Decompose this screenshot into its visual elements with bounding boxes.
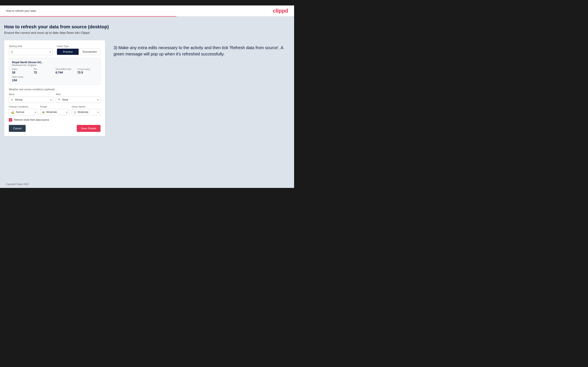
rain-group: Rain None Light Moderate Heavy ▾ xyxy=(56,93,101,103)
yards-stat: Yards/White (M)) 6,744 xyxy=(55,68,76,74)
wind-icon xyxy=(9,98,15,101)
slope-rating-stat: Slope rating 134 xyxy=(12,76,32,82)
fairway-icon xyxy=(9,110,16,114)
form-card: Starting Hole 1 10 ▾ Game Type Practice … xyxy=(4,40,105,136)
header-title: How to refresh your data xyxy=(6,9,36,12)
wind-rain-grid: Wind Strong None Light Moderate ▾ Rain xyxy=(9,93,101,103)
refresh-label: Refresh shots from data source xyxy=(14,118,49,121)
course-info-table: Royal North Devon GC, Westward Ho!, Engl… xyxy=(9,58,101,85)
page-heading: How to refresh your data from source (de… xyxy=(4,24,290,30)
par-label: Par xyxy=(34,68,54,70)
rough-group: Rough Moderate Short Normal Long ▾ xyxy=(40,105,69,115)
wind-label: Wind xyxy=(9,93,53,96)
starting-hole-label: Starting Hole xyxy=(9,45,52,47)
conditions-grid-3: Fairway Conditions Normal Dry Wet ▾ Roug… xyxy=(9,105,101,115)
course-rating-stat: Course rating 72.5 xyxy=(77,68,97,74)
page-subheading: Ensure the correct and most up to date d… xyxy=(4,31,290,34)
course-rating-value: 72.5 xyxy=(77,71,97,74)
fairway-group: Fairway Conditions Normal Dry Wet ▾ xyxy=(9,105,38,115)
rough-select-wrapper[interactable]: Moderate Short Normal Long ▾ xyxy=(40,109,69,115)
game-type-label: Game Type xyxy=(57,45,101,47)
wind-group: Wind Strong None Light Moderate ▾ xyxy=(9,93,53,103)
rough-icon xyxy=(40,110,46,114)
rain-label: Rain xyxy=(56,93,101,96)
tournament-button[interactable]: Tournament xyxy=(79,49,100,55)
practice-button[interactable]: Practice xyxy=(57,49,79,55)
top-section: Starting Hole 1 10 ▾ Game Type Practice … xyxy=(9,45,101,55)
green-group: Green Speed Moderate Slow Fast Very Fast… xyxy=(72,105,101,115)
top-bar xyxy=(0,0,294,5)
yards-label: Yards/White (M)) xyxy=(55,68,76,70)
rain-select-wrapper[interactable]: None Light Moderate Heavy ▾ xyxy=(56,97,101,103)
fairway-select[interactable]: Normal Dry Wet xyxy=(16,109,37,115)
starting-hole-select-wrapper[interactable]: 1 10 ▾ xyxy=(9,49,52,55)
course-name: Royal North Devon GC, xyxy=(12,61,97,64)
refresh-checkbox[interactable] xyxy=(9,118,12,122)
header: How to refresh your data clippd xyxy=(0,5,294,17)
holes-stat: Holes 18 xyxy=(12,68,32,74)
green-label: Green Speed xyxy=(72,105,101,108)
green-select[interactable]: Moderate Slow Fast Very Fast xyxy=(78,109,100,115)
green-icon xyxy=(72,110,78,114)
slope-rating-value: 134 xyxy=(12,79,32,82)
course-stats: Holes 18 Par 72 Yards/White (M)) 6,744 C… xyxy=(12,68,97,82)
green-select-wrapper[interactable]: Moderate Slow Fast Very Fast ▾ xyxy=(72,109,101,115)
yards-value: 6,744 xyxy=(55,71,76,74)
holes-value: 18 xyxy=(12,71,32,74)
fairway-select-wrapper[interactable]: Normal Dry Wet ▾ xyxy=(9,109,38,115)
cancel-button[interactable]: Cancel xyxy=(9,125,26,132)
course-location: Westward Ho!, England xyxy=(12,64,97,66)
rain-icon xyxy=(56,98,62,101)
wind-select-wrapper[interactable]: Strong None Light Moderate ▾ xyxy=(9,97,53,103)
par-stat: Par 72 xyxy=(34,68,54,74)
course-rating-label: Course rating xyxy=(77,68,97,70)
action-buttons: Cancel Save Details xyxy=(9,125,101,132)
save-button[interactable]: Save Details xyxy=(77,125,101,132)
holes-label: Holes xyxy=(12,68,32,70)
content-area: Starting Hole 1 10 ▾ Game Type Practice … xyxy=(4,40,290,136)
wind-select[interactable]: Strong None Light Moderate xyxy=(15,97,53,103)
starting-hole-select[interactable]: 1 10 xyxy=(9,49,52,55)
fairway-label: Fairway Conditions xyxy=(9,105,38,108)
rain-select[interactable]: None Light Moderate Heavy xyxy=(62,97,100,103)
par-value: 72 xyxy=(34,71,54,74)
rough-select[interactable]: Moderate Short Normal Long xyxy=(46,109,69,115)
rough-label: Rough xyxy=(40,105,69,108)
game-type-toggle: Practice Tournament xyxy=(57,49,101,55)
refresh-row: Refresh shots from data source xyxy=(9,118,101,122)
game-type-group: Game Type Practice Tournament xyxy=(57,45,101,55)
instruction-text: 3) Make any extra edits necessary to the… xyxy=(113,44,290,57)
logo: clippd xyxy=(273,8,288,14)
footer: Copyright Clippd 2022 xyxy=(0,180,294,188)
weather-section-title: Weather and course conditions (optional) xyxy=(9,88,101,91)
slope-rating-label: Slope rating xyxy=(12,76,32,78)
footer-text: Copyright Clippd 2022 xyxy=(6,183,29,185)
starting-hole-group: Starting Hole 1 10 ▾ xyxy=(9,45,52,55)
side-instruction: 3) Make any extra edits necessary to the… xyxy=(113,40,290,57)
main-content: How to refresh your data from source (de… xyxy=(0,17,294,180)
